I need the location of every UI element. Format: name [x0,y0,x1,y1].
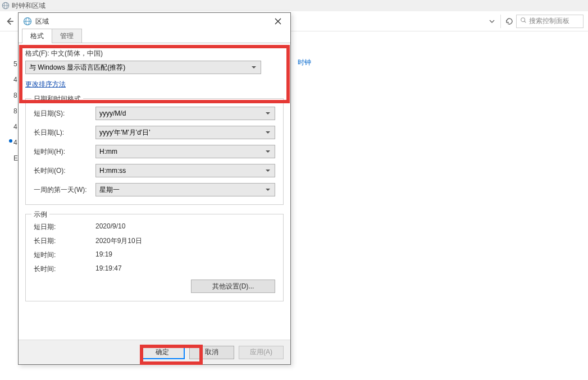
short-date-select[interactable]: yyyy/M/d [95,107,275,120]
panel-title: 时钟和区域 [12,1,45,11]
cancel-button[interactable]: 取消 [189,346,234,359]
first-day-select[interactable]: 星期一 [95,183,275,196]
tabs: 格式 管理 [19,30,290,43]
change-sort-link[interactable]: 更改排序方法 [25,80,66,89]
long-date-label: 长日期(L): [34,128,95,138]
first-day-label: 一周的第一天(W): [34,185,95,195]
format-select[interactable]: 与 Windows 显示语言匹配(推荐) [25,61,261,74]
ok-button[interactable]: 确定 [140,346,185,359]
tab-manage[interactable]: 管理 [52,29,82,43]
search-icon [520,17,527,25]
ex-long-date-value: 2020年9月10日 [95,236,142,246]
ex-short-time-label: 短时间: [34,250,95,260]
short-date-label: 短日期(S): [34,109,95,118]
format-label: 格式(F): 中文(简体，中国) [25,49,284,58]
long-time-label: 长时间(O): [34,166,95,176]
side-truncated-text: 5 4 8 8 4 4 E [13,56,18,166]
ex-short-time-value: 19:19 [95,250,112,260]
ex-long-time-label: 长时间: [34,264,95,274]
apply-button: 应用(A) [239,346,284,359]
svg-point-4 [521,18,525,22]
refresh-button[interactable] [500,15,514,28]
format-select-value: 与 Windows 显示语言匹配(推荐) [29,63,125,72]
date-time-format-group: 日期和时间格式 短日期(S): yyyy/M/d 长日期(L): yyyy'年'… [25,98,284,205]
ex-long-time-value: 19:19:47 [95,264,122,274]
long-time-select[interactable]: H:mm:ss [95,164,275,177]
short-time-label: 短时间(H): [34,147,95,157]
search-placeholder: 搜索控制面板 [529,16,569,26]
dialog-footer: 确定 取消 应用(A) [19,340,290,364]
short-time-select[interactable]: H:mm [95,145,275,158]
ex-short-date-value: 2020/9/10 [95,222,125,232]
svg-line-5 [525,21,526,23]
ex-long-date-label: 长日期: [34,236,95,246]
dialog-titlebar: 区域 [19,13,290,30]
globe-icon [23,17,32,26]
side-bullet [9,139,12,143]
region-dialog: 区域 格式 管理 格式(F): 中文(简体，中国) 与 Windows 显示语言… [18,12,291,365]
date-time-format-legend: 日期和时间格式 [31,94,83,104]
close-button[interactable] [267,14,289,29]
other-settings-button[interactable]: 其他设置(D)... [191,280,275,293]
tab-panel-format: 格式(F): 中文(简体，中国) 与 Windows 显示语言匹配(推荐) 更改… [19,43,290,340]
examples-legend: 示例 [31,210,49,219]
tab-format[interactable]: 格式 [22,29,52,43]
long-date-select[interactable]: yyyy'年'M'月'd'日' [95,126,275,139]
back-button[interactable] [2,14,17,29]
dialog-title: 区域 [35,17,267,26]
search-input[interactable]: 搜索控制面板 [516,15,584,28]
globe-icon [2,2,10,10]
background-link[interactable]: 时钟 [298,58,311,67]
ex-short-date-label: 短日期: [34,222,95,232]
examples-group: 示例 短日期:2020/9/10 长日期:2020年9月10日 短时间:19:1… [25,214,284,301]
address-dropdown[interactable] [486,15,498,28]
panel-header: 时钟和区域 [0,0,588,11]
